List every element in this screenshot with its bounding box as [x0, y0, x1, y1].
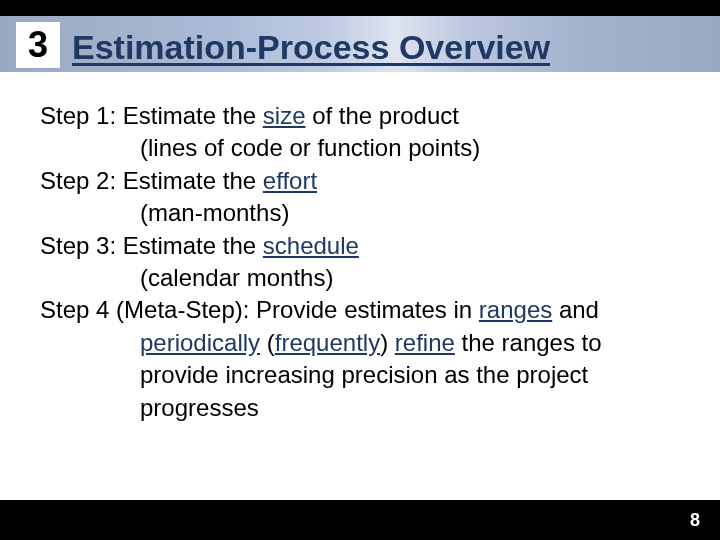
step-2-sub: (man-months)	[40, 197, 680, 229]
step-4-mid3: )	[380, 329, 395, 356]
step-4-continuation: periodically (frequently) refine the ran…	[40, 327, 680, 424]
chapter-number-box: 3	[16, 22, 60, 68]
bottom-bar: 8	[0, 500, 720, 540]
step-4: Step 4 (Meta-Step): Provide estimates in…	[40, 294, 680, 424]
step-3: Step 3: Estimate the schedule	[40, 230, 680, 262]
step-4-kw-refine: refine	[395, 329, 455, 356]
step-4-lead: Step 4 (Meta-Step): Provide estimates in	[40, 296, 479, 323]
step-1-sub: (lines of code or function points)	[40, 132, 680, 164]
step-1: Step 1: Estimate the size of the product	[40, 100, 680, 132]
chapter-number: 3	[28, 24, 48, 66]
step-2-lead: Step 2: Estimate the	[40, 167, 263, 194]
slide-body: Step 1: Estimate the size of the product…	[40, 100, 680, 424]
step-2-keyword: effort	[263, 167, 317, 194]
slide-title: Estimation-Process Overview	[72, 28, 550, 67]
step-1-lead: Step 1: Estimate the	[40, 102, 263, 129]
step-1-keyword: size	[263, 102, 306, 129]
page-number: 8	[690, 510, 700, 531]
slide: 3 Estimation-Process Overview Step 1: Es…	[0, 0, 720, 540]
step-2: Step 2: Estimate the effort	[40, 165, 680, 197]
step-4-kw-frequently: frequently	[275, 329, 380, 356]
step-4-mid2: (	[260, 329, 275, 356]
step-4-kw-ranges: ranges	[479, 296, 552, 323]
step-4-kw-periodically: periodically	[140, 329, 260, 356]
step-4-mid1: and	[552, 296, 599, 323]
step-3-sub: (calendar months)	[40, 262, 680, 294]
step-3-keyword: schedule	[263, 232, 359, 259]
step-3-lead: Step 3: Estimate the	[40, 232, 263, 259]
top-black-bar	[0, 0, 720, 16]
step-1-tail: of the product	[305, 102, 458, 129]
